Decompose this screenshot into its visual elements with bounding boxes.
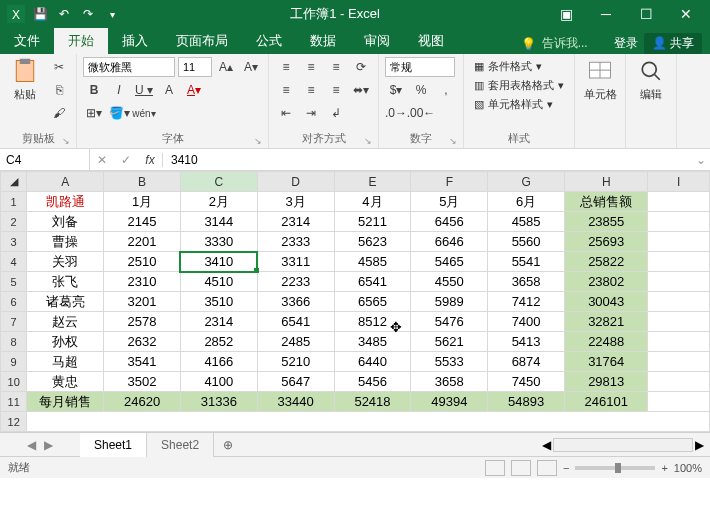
phonetic-icon[interactable]: wén▾ <box>133 103 155 123</box>
wrap-text-icon[interactable]: ↲ <box>325 103 347 123</box>
cell[interactable]: 4585 <box>334 252 411 272</box>
cell[interactable]: 总销售额 <box>565 192 648 212</box>
sheet-tab[interactable]: Sheet1 <box>80 433 147 457</box>
underline-button[interactable]: U ▾ <box>133 80 155 100</box>
number-format-combo[interactable]: 常规 <box>385 57 455 77</box>
cancel-formula-icon[interactable]: ✕ <box>90 153 114 167</box>
cell[interactable]: 3201 <box>104 292 181 312</box>
cut-icon[interactable]: ✂ <box>48 57 70 77</box>
col-header[interactable]: E <box>334 172 411 192</box>
cell[interactable]: 23855 <box>565 212 648 232</box>
tab-review[interactable]: 审阅 <box>350 28 404 54</box>
close-icon[interactable]: ✕ <box>666 1 706 27</box>
cell[interactable]: 6月 <box>488 192 565 212</box>
tell-me[interactable]: 告诉我... <box>542 35 588 52</box>
tab-insert[interactable]: 插入 <box>108 28 162 54</box>
cell[interactable]: 曹操 <box>27 232 104 252</box>
cell[interactable]: 33440 <box>257 392 334 412</box>
cell[interactable]: 4585 <box>488 212 565 232</box>
fill-color-icon[interactable]: 🪣▾ <box>108 103 130 123</box>
maximize-icon[interactable]: ☐ <box>626 1 666 27</box>
cell[interactable] <box>648 392 710 412</box>
cell[interactable]: 2510 <box>104 252 181 272</box>
cell[interactable]: 7400 <box>488 312 565 332</box>
login-link[interactable]: 登录 <box>614 35 638 52</box>
cell[interactable]: 5533 <box>411 352 488 372</box>
cell[interactable]: 4510 <box>180 272 257 292</box>
cell[interactable]: 32821 <box>565 312 648 332</box>
cell[interactable]: 25693 <box>565 232 648 252</box>
cell[interactable] <box>648 312 710 332</box>
view-normal-icon[interactable] <box>485 460 505 476</box>
worksheet-grid[interactable]: ◢ A B C D E F G H I 1 凯路通 1月 2月 3月 4月 5月… <box>0 171 710 432</box>
cell[interactable] <box>648 292 710 312</box>
cell[interactable]: 关羽 <box>27 252 104 272</box>
cell[interactable]: 3658 <box>411 372 488 392</box>
cell[interactable]: 5623 <box>334 232 411 252</box>
cells-button[interactable]: 单元格 <box>581 57 619 102</box>
cell[interactable]: 3311 <box>257 252 334 272</box>
cell[interactable]: 6874 <box>488 352 565 372</box>
bold-button[interactable]: B <box>83 80 105 100</box>
cell[interactable]: 22488 <box>565 332 648 352</box>
sheet-tab[interactable]: Sheet2 <box>147 433 214 457</box>
cell[interactable]: 2145 <box>104 212 181 232</box>
cell[interactable]: 5621 <box>411 332 488 352</box>
cell[interactable]: 2578 <box>104 312 181 332</box>
cell[interactable] <box>648 252 710 272</box>
align-top-icon[interactable]: ≡ <box>275 57 297 77</box>
sheet-nav-prev-icon[interactable]: ◀ <box>27 438 36 452</box>
zoom-slider[interactable] <box>575 466 655 470</box>
cell[interactable]: 30043 <box>565 292 648 312</box>
row-header[interactable]: 6 <box>1 292 27 312</box>
row-header[interactable]: 1 <box>1 192 27 212</box>
cell[interactable]: 2月 <box>180 192 257 212</box>
cell[interactable]: 黄忠 <box>27 372 104 392</box>
cell[interactable]: 2314 <box>180 312 257 332</box>
cell[interactable]: 3502 <box>104 372 181 392</box>
cell[interactable]: 3月 <box>257 192 334 212</box>
share-button[interactable]: 👤 共享 <box>644 33 702 54</box>
cell[interactable]: 23802 <box>565 272 648 292</box>
row-header[interactable]: 3 <box>1 232 27 252</box>
enter-formula-icon[interactable]: ✓ <box>114 153 138 167</box>
format-painter-icon[interactable]: 🖌 <box>48 103 70 123</box>
expand-formula-icon[interactable]: ⌄ <box>692 153 710 167</box>
col-header[interactable]: H <box>565 172 648 192</box>
cell[interactable]: 3330 <box>180 232 257 252</box>
row-header[interactable]: 12 <box>1 412 27 432</box>
name-box[interactable]: C4 <box>0 149 90 170</box>
align-bottom-icon[interactable]: ≡ <box>325 57 347 77</box>
select-all-corner[interactable]: ◢ <box>1 172 27 192</box>
cell[interactable]: 4550 <box>411 272 488 292</box>
cell[interactable]: 246101 <box>565 392 648 412</box>
cell[interactable] <box>648 232 710 252</box>
border-icon[interactable]: ⊞▾ <box>83 103 105 123</box>
cell[interactable]: 6541 <box>334 272 411 292</box>
cell[interactable]: 3366 <box>257 292 334 312</box>
cell[interactable]: 5476 <box>411 312 488 332</box>
cell[interactable]: 诸葛亮 <box>27 292 104 312</box>
copy-icon[interactable]: ⎘ <box>48 80 70 100</box>
decrease-font-icon[interactable]: A▾ <box>240 57 262 77</box>
cell[interactable]: 5211 <box>334 212 411 232</box>
undo-icon[interactable]: ↶ <box>52 2 76 26</box>
zoom-in-icon[interactable]: + <box>661 462 667 474</box>
cell[interactable]: 1月 <box>104 192 181 212</box>
font-color-icon[interactable]: A▾ <box>183 80 205 100</box>
dialog-launcher-icon[interactable]: ↘ <box>254 136 262 146</box>
conditional-format-button[interactable]: ▦条件格式 ▾ <box>470 57 568 76</box>
tab-data[interactable]: 数据 <box>296 28 350 54</box>
cell[interactable]: 2333 <box>257 232 334 252</box>
dialog-launcher-icon[interactable]: ↘ <box>449 136 457 146</box>
cell[interactable] <box>648 352 710 372</box>
merge-icon[interactable]: ⬌▾ <box>350 80 372 100</box>
row-header[interactable]: 10 <box>1 372 27 392</box>
align-center-icon[interactable]: ≡ <box>300 80 322 100</box>
cell[interactable]: 2201 <box>104 232 181 252</box>
formula-input[interactable]: 3410 <box>163 153 692 167</box>
dialog-launcher-icon[interactable]: ↘ <box>364 136 372 146</box>
tab-file[interactable]: 文件 <box>0 28 54 54</box>
hscroll-track[interactable] <box>553 438 693 452</box>
cell[interactable]: 2233 <box>257 272 334 292</box>
